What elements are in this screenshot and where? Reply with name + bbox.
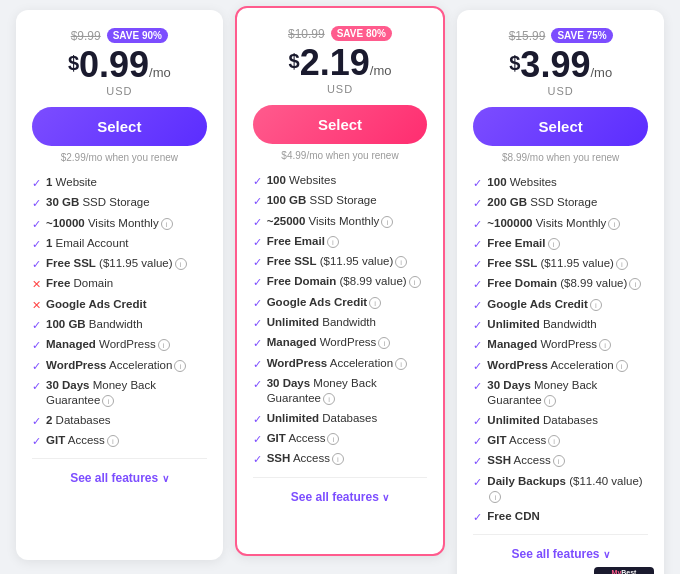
feature-text: Free Domain ($8.99 value)i <box>487 276 641 291</box>
info-icon[interactable]: i <box>544 395 556 407</box>
badges-row: $15.99SAVE 75% <box>473 28 648 43</box>
watermark: MyBestWebsiteBuilder.com <box>594 567 654 574</box>
info-icon[interactable]: i <box>369 297 381 309</box>
list-item: ✓WordPress Accelerationi <box>473 358 648 373</box>
check-icon: ✓ <box>32 359 41 373</box>
feature-text: Managed WordPressi <box>46 337 170 352</box>
list-item: ✓Free CDN <box>473 509 648 524</box>
list-item: ✓Managed WordPressi <box>32 337 207 352</box>
price-main: $0.99/mo <box>32 47 207 83</box>
list-item: ✓SSH Accessi <box>473 453 648 468</box>
info-icon[interactable]: i <box>590 299 602 311</box>
info-icon[interactable]: i <box>395 358 407 370</box>
feature-text: 30 Days Money Back Guaranteei <box>267 376 428 406</box>
info-icon[interactable]: i <box>158 339 170 351</box>
list-item: ✓~100000 Visits Monthlyi <box>473 216 648 231</box>
list-item: ✓Daily Backups ($11.40 value)i <box>473 474 648 504</box>
check-icon: ✓ <box>32 196 41 210</box>
feature-text: 200 GB SSD Storage <box>487 195 597 210</box>
list-item: ✓1 Email Account <box>32 236 207 251</box>
plan-card-premium: $10.99SAVE 80%$2.19/moUSDSelect$4.99/mo … <box>235 6 446 556</box>
list-item: ✓30 Days Money Back Guaranteei <box>473 378 648 408</box>
info-icon[interactable]: i <box>332 453 344 465</box>
info-icon[interactable]: i <box>327 236 339 248</box>
check-icon: ✓ <box>473 176 482 190</box>
select-button-basic[interactable]: Select <box>32 107 207 146</box>
select-button-business[interactable]: Select <box>473 107 648 146</box>
list-item: ✓100 Websites <box>253 173 428 188</box>
feature-text: 100 GB Bandwidth <box>46 317 143 332</box>
list-item: ✓Free Emaili <box>253 234 428 249</box>
feature-text: 30 Days Money Back Guaranteei <box>487 378 648 408</box>
feature-text: Free Domain ($8.99 value)i <box>267 274 421 289</box>
feature-text: Free Emaili <box>487 236 559 251</box>
plan-card-business: $15.99SAVE 75%$3.99/moUSDSelect$8.99/mo … <box>457 10 664 574</box>
info-icon[interactable]: i <box>616 258 628 270</box>
list-item: ✓1 Website <box>32 175 207 190</box>
watermark-text: MyBestWebsiteBuilder.com <box>599 569 650 574</box>
info-icon[interactable]: i <box>161 218 173 230</box>
feature-text: WordPress Accelerationi <box>487 358 627 373</box>
feature-text: WordPress Accelerationi <box>267 356 407 371</box>
check-icon: ✓ <box>473 414 482 428</box>
info-icon[interactable]: i <box>616 360 628 372</box>
info-icon[interactable]: i <box>174 360 186 372</box>
price-row: $0.99/mo <box>32 47 207 83</box>
info-icon[interactable]: i <box>381 216 393 228</box>
info-icon[interactable]: i <box>489 491 501 503</box>
info-icon[interactable]: i <box>548 238 560 250</box>
info-icon[interactable]: i <box>175 258 187 270</box>
feature-text: Unlimited Databases <box>267 411 378 426</box>
list-item: ✕Google Ads Credit <box>32 297 207 312</box>
info-icon[interactable]: i <box>395 256 407 268</box>
list-item: ✓30 GB SSD Storage <box>32 195 207 210</box>
see-all-features[interactable]: See all features ∨ <box>32 471 207 485</box>
feature-text: WordPress Accelerationi <box>46 358 186 373</box>
check-icon: ✓ <box>473 379 482 393</box>
feature-text: ~100000 Visits Monthlyi <box>487 216 620 231</box>
dollar-sign: $ <box>509 53 520 73</box>
see-all-features[interactable]: See all features ∨ <box>473 547 648 561</box>
chevron-down-icon: ∨ <box>382 492 389 503</box>
list-item: ✓30 Days Money Back Guaranteei <box>32 378 207 408</box>
renew-note: $8.99/mo when you renew <box>473 152 648 163</box>
currency-label: USD <box>473 85 648 97</box>
list-item: ✓Free Emaili <box>473 236 648 251</box>
chevron-down-icon: ∨ <box>603 549 610 560</box>
cross-icon: ✕ <box>32 277 41 291</box>
check-icon: ✓ <box>253 174 262 188</box>
list-item: ✓Free Domain ($8.99 value)i <box>473 276 648 291</box>
info-icon[interactable]: i <box>548 435 560 447</box>
list-item: ✓Google Ads Crediti <box>253 295 428 310</box>
info-icon[interactable]: i <box>327 433 339 445</box>
feature-text: Free SSL ($11.95 value)i <box>267 254 408 269</box>
check-icon: ✓ <box>32 237 41 251</box>
chevron-down-icon: ∨ <box>162 473 169 484</box>
badges-row: $10.99SAVE 80% <box>253 26 428 41</box>
info-icon[interactable]: i <box>629 278 641 290</box>
price-main: $2.19/mo <box>253 45 428 81</box>
info-icon[interactable]: i <box>608 218 620 230</box>
info-icon[interactable]: i <box>323 393 335 405</box>
feature-text: Free Domain <box>46 276 113 291</box>
info-icon[interactable]: i <box>599 339 611 351</box>
info-icon[interactable]: i <box>553 455 565 467</box>
per-month: /mo <box>149 65 171 80</box>
list-item: ✓Managed WordPressi <box>253 335 428 350</box>
list-item: ✓100 GB SSD Storage <box>253 193 428 208</box>
feature-text: 100 Websites <box>267 173 336 188</box>
list-item: ✓GIT Accessi <box>32 433 207 448</box>
select-button-premium[interactable]: Select <box>253 105 428 144</box>
info-icon[interactable]: i <box>409 276 421 288</box>
feature-text: ~25000 Visits Monthlyi <box>267 214 394 229</box>
info-icon[interactable]: i <box>107 435 119 447</box>
original-price: $15.99 <box>509 29 546 43</box>
info-icon[interactable]: i <box>102 395 114 407</box>
plan-card-basic: $9.99SAVE 90%$0.99/moUSDSelect$2.99/mo w… <box>16 10 223 560</box>
check-icon: ✓ <box>253 215 262 229</box>
see-all-features[interactable]: See all features ∨ <box>253 490 428 504</box>
info-icon[interactable]: i <box>378 337 390 349</box>
price-main: $3.99/mo <box>473 47 648 83</box>
check-icon: ✓ <box>253 235 262 249</box>
feature-text: Free CDN <box>487 509 539 524</box>
